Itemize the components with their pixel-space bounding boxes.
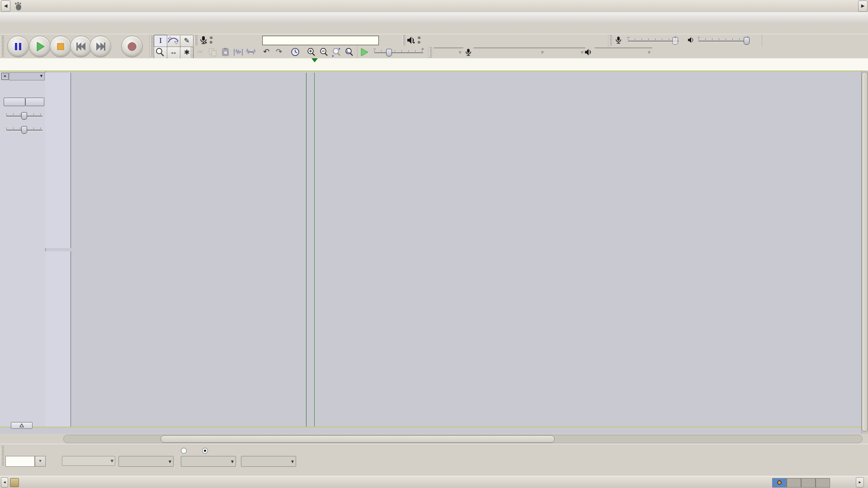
recording-volume-slider[interactable] [628, 41, 679, 42]
transport-toolbar [0, 34, 150, 58]
playback-meter[interactable]: G D [401, 34, 609, 47]
show-desktop-icon[interactable] [10, 478, 19, 487]
playhead-marker[interactable] [311, 58, 318, 62]
device-toolbar: ▾ ▾ ▾ ▾ [428, 47, 868, 58]
spectrogram-right-channel[interactable] [71, 251, 861, 427]
snap-to-select[interactable]: ▾ [62, 456, 115, 466]
selection-duration-field[interactable]: ▼ [181, 456, 236, 467]
zoom-in-button[interactable] [306, 47, 317, 57]
project-rate-value[interactable] [5, 456, 35, 467]
frequency-ruler-left[interactable] [45, 73, 71, 248]
track-close-icon[interactable]: ✕ [1, 73, 9, 80]
selection-toolbar-grip[interactable] [1, 446, 4, 466]
silence-audio-button[interactable] [245, 47, 257, 57]
trim-audio-button[interactable] [232, 47, 244, 57]
playback-volume-thumb[interactable] [744, 37, 750, 45]
edit-toolbar: ✂ ↶ ↷ [189, 47, 358, 58]
cut-button[interactable]: ✂ [194, 47, 206, 57]
panel-collapse-right-button[interactable]: ▶ [858, 0, 868, 12]
track-collapse-button[interactable] [11, 422, 33, 429]
menu-systeme[interactable] [119, 2, 123, 10]
track-control-panel[interactable]: ✕ ▼ [0, 71, 46, 427]
horizontal-scrollbar-row [0, 434, 868, 444]
radio-duration[interactable] [202, 448, 208, 454]
zoom-out-button[interactable] [318, 47, 330, 57]
play-at-speed-button[interactable] [359, 47, 370, 57]
playback-volume-slider[interactable] [698, 41, 749, 42]
copy-button[interactable] [207, 47, 219, 57]
playback-volume-ticks [698, 38, 749, 40]
project-rate-dropdown[interactable]: ▾ [35, 456, 46, 467]
mixer-toolbar-grip[interactable] [609, 35, 612, 46]
edit-toolbar-grip[interactable] [190, 47, 193, 57]
mute-button[interactable] [4, 98, 25, 106]
play-button[interactable] [29, 36, 51, 57]
mixer-speaker-icon [688, 37, 695, 43]
playback-speed-thumb[interactable] [386, 49, 392, 56]
selection-toolbar: ▾ ▾ ▼ ▼ ▼ [0, 444, 868, 469]
record-button[interactable] [121, 36, 143, 57]
workspace-1[interactable] [772, 478, 787, 488]
recording-volume-thumb[interactable] [672, 37, 678, 45]
spectrogram-left-channel[interactable] [71, 73, 861, 248]
undo-button[interactable]: ↶ [260, 47, 272, 57]
speed-slider-ticks [374, 50, 423, 52]
paste-button[interactable] [220, 47, 231, 57]
monitoring-tooltip[interactable] [262, 36, 379, 45]
taskbar-scroll-right-button[interactable]: ▸ [856, 477, 864, 488]
playback-speed-slider[interactable] [374, 52, 423, 53]
bottom-taskbar: ◂ ▸ [0, 476, 868, 488]
device-toolbar-grip[interactable] [429, 47, 432, 57]
audio-host-select[interactable]: ▾ [434, 47, 463, 48]
recording-channels-select[interactable]: ▾ [544, 47, 585, 48]
play-meter-scale [401, 34, 608, 47]
tools-toolbar-grip[interactable] [150, 36, 153, 57]
audio-position-field[interactable]: ▼ [241, 456, 296, 467]
frequency-ruler-right[interactable] [45, 251, 71, 427]
skip-to-end-button[interactable] [90, 36, 111, 57]
window-titlebar[interactable] [0, 12, 868, 23]
fit-project-button[interactable] [344, 47, 355, 57]
recording-volume-ticks [628, 38, 679, 40]
timeline-ruler[interactable] [0, 58, 868, 71]
vertical-scrollbar-thumb[interactable] [862, 72, 868, 432]
track-border-bottom [0, 427, 861, 427]
time-shift-tool-button[interactable]: ↔ [167, 47, 180, 59]
zoom-tool-button[interactable] [154, 47, 167, 59]
recording-device-select[interactable]: ▾ [473, 47, 546, 48]
recording-meter[interactable]: G D [193, 34, 402, 47]
stop-button[interactable] [50, 36, 71, 57]
solo-button[interactable] [25, 98, 44, 106]
menu-applications[interactable] [25, 2, 29, 10]
menu-emplacements[interactable] [69, 2, 72, 10]
track-title-field[interactable]: ▼ [9, 72, 45, 80]
redo-button[interactable]: ↷ [273, 47, 285, 57]
draw-tool-button[interactable]: ✎ [180, 35, 193, 47]
panel-collapse-left-button[interactable]: ◀ [1, 0, 10, 12]
gnome-foot-icon[interactable] [14, 1, 24, 11]
pause-button[interactable] [7, 36, 29, 57]
track-border-top [0, 70, 861, 71]
horizontal-scrollbar-thumb[interactable] [160, 435, 555, 443]
workspace-4[interactable] [816, 478, 830, 488]
status-bar [0, 468, 868, 476]
play-at-speed-toolbar: − + [357, 47, 429, 58]
playback-device-select[interactable]: ▾ [594, 47, 652, 48]
desktop: ◀ ▶ [0, 0, 868, 488]
envelope-tool-button[interactable] [167, 35, 180, 47]
playhead-cursor [314, 73, 315, 427]
pan-slider-thumb[interactable] [21, 126, 27, 134]
selection-tool-button[interactable]: I [154, 35, 167, 47]
zoom-to-selection-button[interactable] [331, 47, 343, 57]
selection-start-field[interactable]: ▼ [118, 456, 174, 467]
taskbar-scroll-left-button[interactable]: ◂ [1, 477, 8, 488]
radio-end[interactable] [181, 448, 187, 454]
track-menu-chevron-icon[interactable]: ▼ [39, 74, 43, 78]
track-area: ✕ ▼ [0, 70, 868, 434]
workspace-2[interactable] [787, 478, 801, 488]
workspace-3[interactable] [801, 478, 816, 488]
transport-toolbar-grip[interactable] [1, 36, 4, 57]
skip-to-start-button[interactable] [70, 36, 92, 57]
sync-lock-button[interactable] [289, 47, 301, 57]
gain-slider-thumb[interactable] [21, 112, 27, 120]
